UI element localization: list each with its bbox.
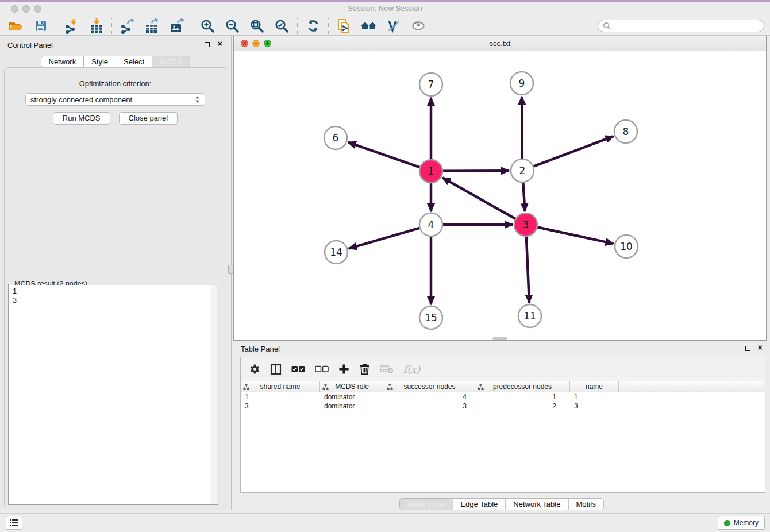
node-4[interactable]: 4 <box>419 213 442 236</box>
table-cell[interactable]: 4 <box>384 392 475 402</box>
node-7[interactable]: 7 <box>419 73 442 96</box>
table-cell[interactable]: 2 <box>475 402 570 411</box>
export-image-button[interactable] <box>164 17 189 35</box>
task-history-button[interactable] <box>6 516 22 530</box>
optimization-criterion-select[interactable]: strongly connected component <box>25 93 205 106</box>
node-label: 8 <box>623 126 629 137</box>
table-cell[interactable]: 1 <box>241 392 320 402</box>
node-2[interactable]: 2 <box>511 159 534 182</box>
search-input[interactable] <box>611 22 759 30</box>
edge-1-2[interactable] <box>442 171 509 171</box>
edge-3-10[interactable] <box>537 227 614 244</box>
node-9[interactable]: 9 <box>510 72 533 95</box>
result-scrollbar[interactable] <box>211 285 217 504</box>
node-15[interactable]: 15 <box>419 306 442 329</box>
table-row[interactable]: 3dominator323 <box>241 402 765 411</box>
tab-network[interactable]: Network <box>40 56 84 68</box>
tab-node-table[interactable]: Node Table <box>399 498 453 510</box>
home-layout-button[interactable] <box>356 17 381 35</box>
tab-style[interactable]: Style <box>84 56 116 68</box>
node-3[interactable]: 3 <box>514 213 537 236</box>
hide-annotations-button[interactable] <box>381 17 406 35</box>
function-builder-button[interactable]: f(x) <box>403 364 420 375</box>
column-header-predecessor-nodes[interactable]: predecessor nodes <box>475 381 570 392</box>
tab-edge-table[interactable]: Edge Table <box>453 498 506 510</box>
tab-select[interactable]: Select <box>116 56 152 68</box>
edge-4-14[interactable] <box>349 228 420 249</box>
export-network-button[interactable] <box>115 17 140 35</box>
run-mcds-button[interactable]: Run MCDS <box>53 112 110 125</box>
import-table-icon <box>88 18 105 34</box>
mcds-result-list[interactable]: 13 <box>9 285 217 504</box>
node-10[interactable]: 10 <box>615 235 638 258</box>
open-session-button[interactable] <box>3 17 28 35</box>
show-graphics-details-button[interactable] <box>406 17 430 35</box>
zoom-fit-button[interactable] <box>245 17 270 35</box>
refresh-layout-button[interactable] <box>301 17 325 35</box>
table-cell[interactable]: dominator <box>320 392 384 402</box>
zoom-in-button[interactable] <box>195 17 220 35</box>
column-header-icon <box>243 384 249 390</box>
table-cell[interactable]: 1 <box>475 392 570 402</box>
edge-3-11[interactable] <box>526 236 529 303</box>
minimize-window-button[interactable] <box>22 5 30 13</box>
add-column-button[interactable] <box>338 364 349 375</box>
column-header-shared-name[interactable]: shared name <box>241 381 320 392</box>
import-table-button[interactable] <box>84 17 109 35</box>
close-view-button[interactable]: × <box>241 40 248 47</box>
search-field[interactable] <box>598 20 764 32</box>
node-6[interactable]: 6 <box>324 126 347 149</box>
zoom-out-button[interactable] <box>220 17 245 35</box>
column-visibility-button[interactable] <box>270 364 282 375</box>
minimize-view-button[interactable]: − <box>252 40 260 47</box>
edge-2-9[interactable] <box>522 97 522 159</box>
memory-status-icon <box>724 520 730 526</box>
network-canvas[interactable]: 7968124314101511 <box>234 51 766 340</box>
tab-mcds[interactable]: MCDS <box>152 56 190 68</box>
close-window-button[interactable] <box>11 5 18 13</box>
float-panel-icon[interactable] <box>205 42 210 47</box>
node-1[interactable]: 1 <box>419 160 442 183</box>
column-header-label: MCDS role <box>335 383 369 391</box>
table-panel-title: Table Panel <box>241 345 280 353</box>
export-table-button[interactable] <box>140 17 164 35</box>
edge-3-1[interactable] <box>442 178 516 219</box>
node-14[interactable]: 14 <box>325 241 348 264</box>
clone-network-button[interactable] <box>332 17 356 35</box>
close-panel-button[interactable]: Close panel <box>119 112 178 125</box>
table-cell[interactable]: 3 <box>241 402 320 411</box>
table-cell[interactable]: 3 <box>570 402 619 411</box>
export-network-icon <box>120 18 136 34</box>
delete-columns-button[interactable] <box>359 363 370 375</box>
edge-1-6[interactable] <box>348 142 420 168</box>
edge-2-8[interactable] <box>533 136 614 167</box>
import-network-button[interactable] <box>59 17 84 35</box>
edge-2-3[interactable] <box>523 182 525 211</box>
delete-table-button[interactable] <box>380 364 394 374</box>
save-session-button[interactable] <box>28 17 53 35</box>
select-all-columns-button[interactable] <box>291 365 305 373</box>
tab-network-table[interactable]: Network Table <box>506 498 568 510</box>
float-table-panel-icon[interactable] <box>745 346 750 351</box>
tab-motifs[interactable]: Motifs <box>568 498 604 510</box>
node-11[interactable]: 11 <box>518 304 541 327</box>
zoom-selected-button[interactable] <box>270 17 294 35</box>
node-8[interactable]: 8 <box>614 120 637 143</box>
table-cell[interactable]: 3 <box>384 402 475 411</box>
maximize-view-button[interactable]: + <box>264 40 271 47</box>
column-header-successor-nodes[interactable]: successor nodes <box>384 381 475 392</box>
column-header-mcds-role[interactable]: MCDS role <box>320 381 384 392</box>
save-icon <box>34 19 48 33</box>
table-cell[interactable]: 1 <box>570 392 619 402</box>
close-table-panel-icon[interactable]: × <box>757 342 763 353</box>
zoom-window-button[interactable] <box>34 5 41 13</box>
memory-button[interactable]: Memory <box>718 516 765 530</box>
close-panel-icon[interactable]: × <box>217 38 222 49</box>
houses-icon <box>360 18 378 33</box>
network-scroll-handle[interactable] <box>492 337 507 340</box>
table-settings-button[interactable] <box>249 364 260 375</box>
table-row[interactable]: 1dominator411 <box>241 392 765 402</box>
table-cell[interactable]: dominator <box>320 402 384 411</box>
deselect-all-columns-button[interactable] <box>315 365 329 373</box>
column-header-name[interactable]: name <box>570 381 619 392</box>
